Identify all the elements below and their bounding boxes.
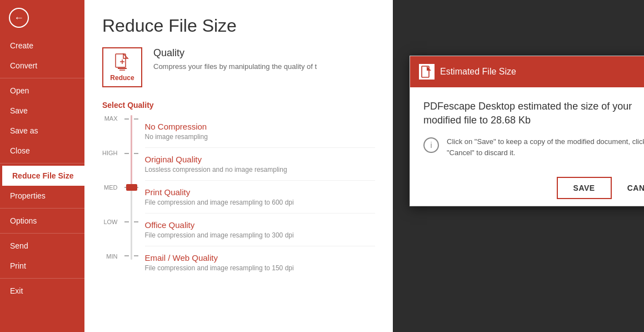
quality-option-email[interactable]: Email / Web Quality File compression and… bbox=[145, 246, 376, 279]
sidebar-label-convert: Convert bbox=[10, 61, 37, 70]
sidebar-divider-5 bbox=[0, 278, 84, 279]
sidebar-label-options: Options bbox=[10, 216, 37, 225]
sidebar-label-properties: Properties bbox=[10, 191, 46, 200]
sidebar-label-save: Save bbox=[10, 106, 28, 115]
reduce-icon bbox=[112, 53, 132, 73]
dialog-info-row: i Click on "Save" to keep a copy of the … bbox=[423, 136, 644, 158]
sidebar-item-save[interactable]: Save bbox=[0, 101, 84, 121]
quality-desc-2: File compression and image resampling to… bbox=[145, 199, 376, 206]
dialog-footer: SAVE CANCEL bbox=[410, 170, 644, 206]
quality-name-0: No Compression bbox=[145, 122, 376, 131]
back-arrow-icon: ← bbox=[14, 13, 24, 23]
sidebar-label-reduce: Reduce File Size bbox=[12, 171, 73, 180]
sidebar: ← Create Convert Open Save Save as Close… bbox=[0, 0, 84, 332]
dialog-sub-text: Click on "Save" to keep a copy of the mo… bbox=[447, 136, 644, 158]
dialog-body: PDFescape Desktop estimated the size of … bbox=[410, 87, 644, 170]
save-button[interactable]: SAVE bbox=[557, 177, 612, 199]
slider-label-max: MAX bbox=[102, 115, 118, 122]
sidebar-item-reduce-file-size[interactable]: Reduce File Size bbox=[0, 166, 84, 186]
sidebar-divider-1 bbox=[0, 78, 84, 78]
sidebar-item-exit[interactable]: Exit bbox=[0, 281, 84, 301]
tool-desc-text: Compress your files by manipulating the … bbox=[153, 62, 375, 71]
quality-desc-1: Lossless compression and no image resamp… bbox=[145, 166, 376, 174]
sidebar-divider-3 bbox=[0, 208, 84, 209]
sidebar-label-save-as: Save as bbox=[10, 126, 38, 135]
sidebar-label-print: Print bbox=[10, 261, 26, 270]
quality-option-original[interactable]: Original Quality Lossless compression an… bbox=[145, 148, 376, 181]
slider-labels: MAX HIGH MED LOW MIN bbox=[102, 115, 118, 260]
sidebar-item-convert[interactable]: Convert bbox=[0, 56, 84, 76]
quality-option-print[interactable]: Print Quality File compression and image… bbox=[145, 181, 376, 214]
dark-area: Estimated File Size PDFescape Desktop es… bbox=[393, 0, 644, 332]
quality-slider-area: MAX HIGH MED LOW MIN bbox=[102, 115, 375, 279]
tool-name: Quality bbox=[153, 47, 375, 59]
estimated-size-dialog: Estimated File Size PDFescape Desktop es… bbox=[410, 56, 644, 206]
slider-label-min: MIN bbox=[102, 253, 118, 260]
quality-section: Select Quality MAX HIGH MED LOW MIN bbox=[102, 101, 375, 279]
quality-options: No Compression No image resampling Origi… bbox=[145, 115, 376, 279]
tool-icon-label: Reduce bbox=[110, 74, 134, 82]
sidebar-back[interactable]: ← bbox=[0, 0, 84, 36]
quality-name-4: Email / Web Quality bbox=[145, 253, 376, 262]
tool-section: Reduce Quality Compress your files by ma… bbox=[102, 47, 375, 87]
sidebar-divider-2 bbox=[0, 163, 84, 163]
sidebar-item-save-as[interactable]: Save as bbox=[0, 121, 84, 141]
sidebar-item-create[interactable]: Create bbox=[0, 36, 84, 56]
quality-option-no-compression[interactable]: No Compression No image resampling bbox=[145, 115, 376, 148]
quality-name-3: Office Quality bbox=[145, 220, 376, 230]
dialog-main-text: PDFescape Desktop estimated the size of … bbox=[423, 100, 644, 127]
sidebar-item-open[interactable]: Open bbox=[0, 81, 84, 101]
quality-heading: Select Quality bbox=[102, 101, 375, 110]
sidebar-label-exit: Exit bbox=[10, 286, 23, 295]
sidebar-divider-4 bbox=[0, 233, 84, 234]
quality-desc-3: File compression and image resampling to… bbox=[145, 231, 376, 239]
sidebar-item-print[interactable]: Print bbox=[0, 256, 84, 276]
sidebar-label-close: Close bbox=[10, 146, 30, 155]
sidebar-item-properties[interactable]: Properties bbox=[0, 186, 84, 206]
sidebar-label-send: Send bbox=[10, 241, 28, 250]
slider-label-high: HIGH bbox=[102, 150, 118, 156]
slider-fill bbox=[131, 115, 132, 187]
sidebar-item-send[interactable]: Send bbox=[0, 236, 84, 256]
reduce-tool-icon-box[interactable]: Reduce bbox=[102, 47, 142, 87]
quality-name-2: Print Quality bbox=[145, 187, 376, 197]
slider-track[interactable] bbox=[131, 115, 132, 260]
quality-name-1: Original Quality bbox=[145, 155, 376, 164]
sidebar-item-close[interactable]: Close bbox=[0, 141, 84, 161]
info-icon: i bbox=[423, 137, 439, 153]
sidebar-label-create: Create bbox=[10, 41, 33, 50]
dialog-header: Estimated File Size bbox=[410, 56, 644, 87]
sidebar-item-options[interactable]: Options bbox=[0, 211, 84, 231]
tool-description: Quality Compress your files by manipulat… bbox=[153, 47, 375, 71]
main-content: Reduce File Size Reduce Quality Compress… bbox=[84, 0, 393, 332]
back-button[interactable]: ← bbox=[9, 8, 29, 28]
dialog-title: Estimated File Size bbox=[440, 67, 516, 77]
cancel-button[interactable]: CANCEL bbox=[616, 178, 644, 198]
quality-option-office[interactable]: Office Quality File compression and imag… bbox=[145, 214, 376, 246]
slider-label-med: MED bbox=[102, 184, 118, 191]
slider-thumb[interactable] bbox=[126, 184, 137, 191]
sidebar-label-open: Open bbox=[10, 86, 29, 95]
file-icon bbox=[421, 66, 432, 78]
quality-desc-4: File compression and image resampling to… bbox=[145, 264, 376, 272]
quality-desc-0: No image resampling bbox=[145, 133, 376, 141]
svg-rect-0 bbox=[116, 54, 126, 67]
page-title: Reduce File Size bbox=[102, 16, 375, 36]
dialog-header-icon-box bbox=[419, 64, 435, 80]
info-symbol: i bbox=[430, 141, 432, 150]
slider-label-low: LOW bbox=[102, 219, 118, 225]
